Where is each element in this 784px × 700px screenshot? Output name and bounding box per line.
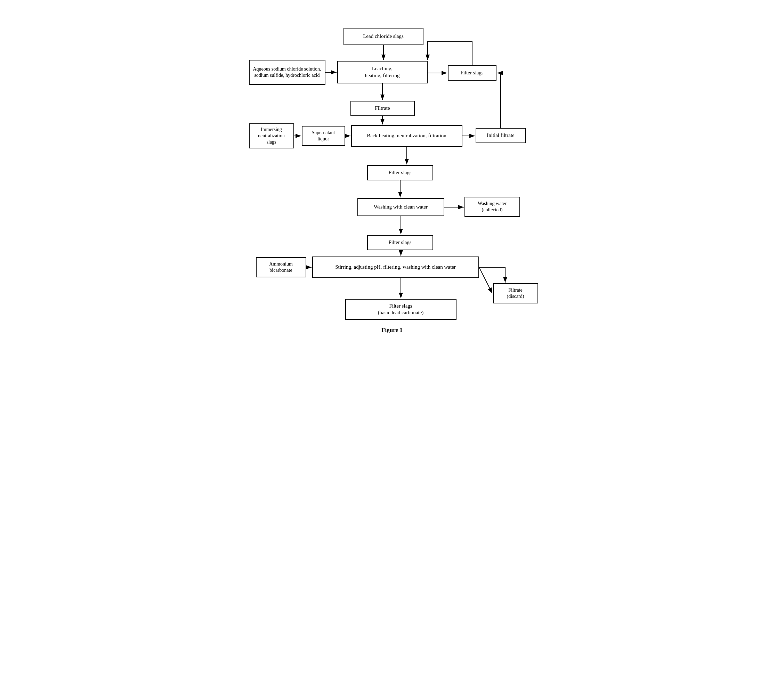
box-filter-slags-1: Filter slags <box>448 65 497 81</box>
box-initial-filtrate: Initial filtrate <box>475 128 526 143</box>
box-lead-chloride: Lead chloride slags <box>344 28 424 45</box>
box-back-heating: Back heating, neutralization, filtration <box>351 125 462 147</box>
box-aqueous: Aqueous sodium chloride solution,sodium … <box>249 60 325 85</box>
figure-label: Figure 1 <box>243 327 542 334</box>
box-filter-slags-3: Filter slags <box>367 235 433 250</box>
box-immersing: Immersingneutralizationslags <box>249 123 294 148</box>
box-supernatant: Supernatantliquor <box>302 126 345 146</box>
flowchart-diagram: Lead chloride slags Leaching,heating, fi… <box>243 21 542 320</box>
box-washing-clean: Washing with clean water <box>357 198 444 216</box>
box-filtrate-1: Filtrate <box>350 101 415 116</box>
box-ammonium: Ammoniumbicarbonate <box>256 257 306 277</box>
page: Lead chloride slags Leaching,heating, fi… <box>236 7 549 348</box>
box-filter-slags-2: Filter slags <box>367 165 433 180</box>
box-stirring: Stirring, adjusting pH, filtering, washi… <box>312 257 479 278</box>
box-washing-water: Washing water(collected) <box>464 197 520 217</box>
box-leaching: Leaching,heating, filtering <box>337 61 428 83</box>
box-filtrate-discard: Filtrate(discard) <box>493 283 538 303</box>
box-filter-slags-4: Filter slags(basic lead carbonate) <box>345 299 457 320</box>
svg-line-15 <box>479 267 492 293</box>
